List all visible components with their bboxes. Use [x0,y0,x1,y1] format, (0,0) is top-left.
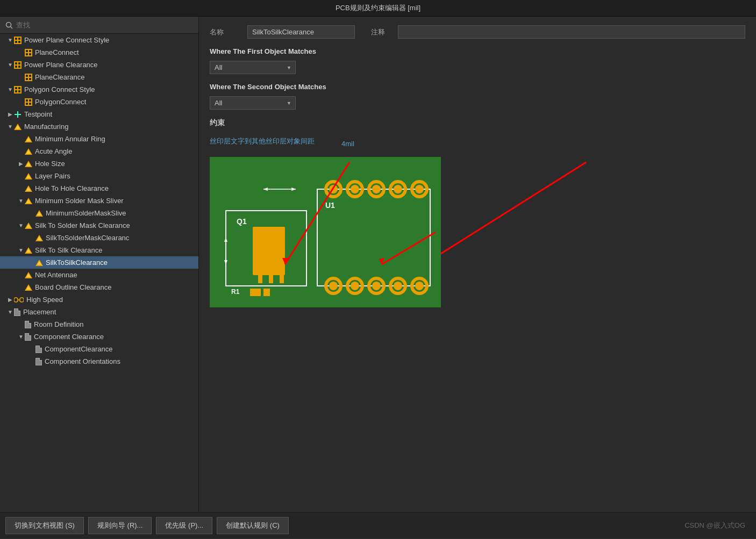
constraint-section: 约束 丝印层文字到其他丝印层对象间距 4mil [210,118,745,309]
svg-point-27 [394,282,402,290]
page-icon4 [35,346,42,353]
svg-rect-5 [20,298,24,302]
expand-icon5: ▼ [6,124,14,130]
tree-item-manufacturing[interactable]: ▼ Manufacturing [0,120,198,133]
svg-point-26 [372,282,381,290]
tree-item-acuteAngle[interactable]: Acute Angle [0,145,198,157]
svg-point-28 [415,282,424,290]
tree-item-polygonConnectStyle[interactable]: ▼ Polygon Connect Style [0,83,198,96]
svg-rect-34 [280,270,284,283]
pcb-diagram-wrapper: U1 Q1 R1 [210,157,441,309]
expand-icon10: ▶ [6,297,14,303]
tree-item-layerPairs[interactable]: Layer Pairs [0,170,198,182]
title-bar: PCB规则及约束编辑器 [mil] [0,0,756,17]
first-dropdown[interactable]: All [210,61,296,74]
tree-item-polygonConnect[interactable]: PolygonConnect [0,96,198,108]
left-panel: ▼ Power Plane Connect Style PlaneConnect… [0,17,199,512]
svg-rect-33 [269,270,273,283]
expand-icon9: ▼ [17,247,25,253]
comment-label: 注释 [371,27,393,37]
tree-item-silkToSolderMaskClearance[interactable]: ▼ Silk To Solder Mask Clearance [0,219,198,232]
search-icon [5,21,13,29]
expand-icon11: ▼ [6,309,14,315]
create-default-rules-button[interactable]: 创建默认规则 (C) [217,517,289,534]
expand-icon8: ▼ [17,222,25,228]
first-dropdown-wrapper: All [210,61,296,74]
bottom-bar: 切换到文档视图 (S) 规则向导 (R)... 优先级 (P)... 创建默认规… [0,512,756,538]
tree-item-testpoint[interactable]: ▶ Testpoint [0,108,198,120]
search-input[interactable] [16,21,193,29]
page-icon5 [35,358,42,365]
svg-point-16 [372,185,381,193]
cross-sq-icon2 [25,49,32,56]
tri-icon4 [25,161,32,167]
tree-item-highSpeed[interactable]: ▶ High Speed [0,293,198,306]
svg-point-17 [394,185,402,193]
tri-icon8 [35,210,43,217]
second-dropdown[interactable]: All [210,96,296,110]
svg-rect-4 [14,298,18,302]
tri-icon11 [25,247,32,254]
tri-icon10 [35,235,43,241]
cross-sq-icon [14,37,22,44]
tri-icon12 [35,260,43,266]
tree-item-holeToHoleClearance[interactable]: Hole To Hole Clearance [0,182,198,195]
comment-input[interactable] [398,25,745,39]
svg-line-49 [441,162,586,254]
tree-item-componentClearance[interactable]: ▼ Component Clearance [0,330,198,343]
tree-item-silkToSilkClearanceItem[interactable]: SilkToSilkClearance [0,256,198,269]
second-dropdown-wrapper: All [210,96,296,110]
tree-item-planeConnect[interactable]: PlaneConnect [0,46,198,59]
title-text: PCB规则及约束编辑器 [mil] [336,4,420,12]
tree-item-powerPlaneConnectStyle[interactable]: ▼ Power Plane Connect Style [0,34,198,46]
tri-icon [14,124,22,130]
tree-item-minimumAnnularRing[interactable]: Minimum Annular Ring [0,133,198,145]
page-icon2 [25,321,31,328]
svg-point-25 [351,282,359,290]
tree-item-minimumSolderMaskSliver[interactable]: ▼ Minimum Solder Mask Sliver [0,195,198,207]
svg-rect-37 [250,289,261,296]
svg-point-0 [6,22,11,27]
tree-container: ▼ Power Plane Connect Style PlaneConnect… [0,34,198,512]
expand-icon2: ▼ [6,62,14,68]
tri-icon3 [25,148,32,155]
brand-text: CSDN @嵌入式OG [684,521,745,530]
tri-icon2 [25,136,32,142]
svg-rect-31 [253,227,285,275]
tree-item-silkToSolderMaskClearanc[interactable]: SilkToSolderMaskClearanc [0,232,198,244]
tree-item-componentClearanceItem[interactable]: ComponentClearance [0,343,198,355]
rule-wizard-button[interactable]: 规则向导 (R)... [88,517,152,534]
tree-item-powerPlaneClearance[interactable]: ▼ Power Plane Clearance [0,59,198,71]
svg-point-24 [329,282,338,290]
tree-item-holeSize[interactable]: ▶ Hole Size [0,157,198,170]
constraint-title: 约束 [210,118,745,128]
name-input[interactable] [247,25,355,39]
placement-label: Placement [23,308,56,316]
svg-point-15 [351,185,359,193]
priority-button[interactable]: 优先级 (P)... [156,517,212,534]
tree-item-placement[interactable]: ▼ Placement [0,306,198,318]
tree-item-netAntennae[interactable]: Net Antennae [0,269,198,281]
plus-icon [14,111,22,118]
svg-point-18 [415,185,424,193]
tree-item-minimumSolderMaskSlive[interactable]: MinimumSolderMaskSlive [0,207,198,219]
main-container: ▼ Power Plane Connect Style PlaneConnect… [0,17,756,538]
svg-line-1 [11,26,13,28]
tri-icon5 [25,173,32,179]
second-dropdown-container: All [210,96,745,110]
tree-item-roomDefinition[interactable]: Room Definition [0,318,198,330]
first-dropdown-container: All [210,61,745,74]
tree-item-componentOrientations[interactable]: Component Orientations [0,355,198,368]
expand-icon6: ▶ [17,161,25,167]
where-second-title: Where The Second Object Matches [210,83,745,91]
silk-row: 丝印层文字到其他丝印层对象间距 4mil [210,136,745,150]
tri-icon6 [25,185,32,192]
tri-icon14 [25,284,32,291]
silk-value: 4mil [341,140,354,148]
tri-icon7 [25,198,32,204]
expand-icon7: ▼ [17,198,25,204]
switch-doc-view-button[interactable]: 切换到文档视图 (S) [5,517,84,534]
tree-item-planeClearance[interactable]: PlaneClearance [0,71,198,83]
tree-item-silkToSilkClearance[interactable]: ▼ Silk To Silk Clearance [0,244,198,256]
tree-item-boardOutlineClearance[interactable]: Board Outline Clearance [0,281,198,293]
